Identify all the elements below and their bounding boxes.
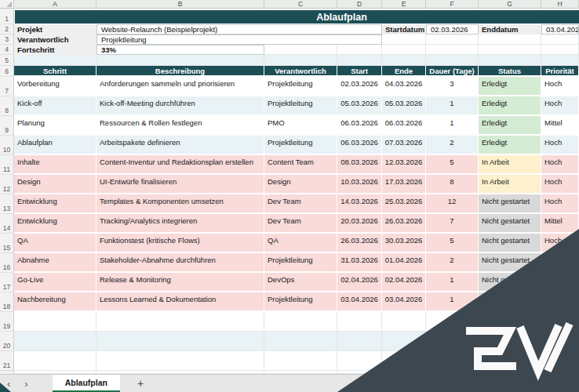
- cell-E-row-13[interactable]: 25.03.2026: [382, 194, 426, 214]
- cell-D-row-10[interactable]: 06.03.2026: [337, 136, 382, 155]
- empty-cell[interactable]: [382, 312, 426, 332]
- empty-cell[interactable]: [541, 55, 579, 66]
- sheet-title-cell[interactable]: Ablaufplan: [15, 10, 579, 24]
- cell-B-row-7[interactable]: Anforderungen sammeln und priorisieren: [96, 77, 264, 96]
- cell-E-row-15[interactable]: 30.03.2026: [382, 234, 426, 253]
- cell-E-row-12[interactable]: 17.03.2026: [382, 175, 426, 194]
- cell-B-row-15[interactable]: Funktionstest (kritische Flows): [96, 234, 264, 253]
- cell-E-row-18[interactable]: 03.04.2026: [382, 292, 426, 312]
- startdatum-label-cell[interactable]: Startdatum: [382, 24, 426, 34]
- cell-C-row-7[interactable]: Projektleitung: [264, 77, 337, 96]
- empty-cell[interactable]: [264, 55, 337, 66]
- cell-D-row-17[interactable]: 02.04.2026: [337, 273, 382, 292]
- empty-cell[interactable]: [96, 351, 264, 371]
- cell-F-row-8[interactable]: 1: [426, 96, 479, 116]
- row-header-21[interactable]: 21: [0, 351, 14, 371]
- cell-H-row-7[interactable]: Hoch: [541, 77, 579, 96]
- cell-H-row-16[interactable]: [541, 253, 579, 273]
- cell-B-row-9[interactable]: Ressourcen & Rollen festlegen: [96, 116, 264, 136]
- cell-G-row-13[interactable]: Nicht gestartet: [479, 194, 541, 214]
- row-header-4[interactable]: 4: [0, 45, 14, 55]
- table-header-A[interactable]: Schritt: [14, 66, 96, 77]
- enddatum-label-cell[interactable]: Enddatum: [479, 24, 541, 34]
- cell-E-row-9[interactable]: 06.03.2026: [382, 116, 426, 136]
- cell-C-row-18[interactable]: Projektleitung: [264, 292, 337, 312]
- cell-B-row-14[interactable]: Tracking/Analytics integrieren: [96, 214, 264, 234]
- cell-H-row-18[interactable]: [541, 292, 579, 312]
- empty-cell[interactable]: [96, 332, 264, 351]
- cell-A-row-10[interactable]: Ablaufplan: [14, 136, 96, 155]
- cell-A-row-13[interactable]: Entwicklung: [14, 194, 96, 214]
- row-header-18[interactable]: 18: [0, 292, 14, 312]
- empty-cell[interactable]: [426, 45, 479, 55]
- cell-C-row-12[interactable]: Design: [264, 175, 337, 194]
- empty-cell[interactable]: [264, 312, 337, 332]
- cell-G-row-8[interactable]: Erledigt: [479, 96, 541, 116]
- table-header-F[interactable]: Dauer (Tage): [426, 66, 479, 77]
- row-header-3[interactable]: 3: [0, 34, 14, 45]
- cell-G-row-16[interactable]: Nicht gestartet: [479, 253, 541, 273]
- cell-H-row-10[interactable]: Hoch: [541, 136, 579, 155]
- row-header-5[interactable]: 5: [0, 55, 14, 66]
- select-all-corner[interactable]: [0, 0, 14, 9]
- empty-cell[interactable]: [382, 34, 426, 45]
- row-header-9[interactable]: 9: [0, 116, 14, 136]
- cell-B-row-13[interactable]: Templates & Komponenten umsetzen: [96, 194, 264, 214]
- cell-A-row-17[interactable]: Go-Live: [14, 273, 96, 292]
- cell-F-row-17[interactable]: 1: [426, 273, 479, 292]
- empty-cell[interactable]: [541, 351, 579, 371]
- cell-D-row-14[interactable]: 20.03.2026: [337, 214, 382, 234]
- empty-cell[interactable]: [426, 351, 479, 371]
- cell-D-row-18[interactable]: 03.04.2026: [337, 292, 382, 312]
- cell-E-row-14[interactable]: 26.03.2026: [382, 214, 426, 234]
- cell-F-row-10[interactable]: 2: [426, 136, 479, 155]
- row-header-6[interactable]: 6: [0, 66, 14, 77]
- empty-cell[interactable]: [14, 332, 96, 351]
- cell-C-row-17[interactable]: DevOps: [264, 273, 337, 292]
- empty-cell[interactable]: [479, 45, 541, 55]
- tab-ablaufplan[interactable]: Ablaufplan: [53, 375, 120, 392]
- empty-cell[interactable]: [426, 55, 479, 66]
- cell-E-row-10[interactable]: 07.03.2026: [382, 136, 426, 155]
- table-header-G[interactable]: Status: [479, 66, 541, 77]
- cell-H-row-11[interactable]: Hoch: [541, 155, 579, 175]
- empty-cell[interactable]: [337, 55, 382, 66]
- projekt-value-cell[interactable]: Website-Relaunch (Beispielprojekt): [96, 24, 382, 34]
- column-header-A[interactable]: A: [14, 0, 96, 9]
- row-header-19[interactable]: 19: [0, 312, 14, 332]
- row-header-8[interactable]: 8: [0, 96, 14, 116]
- cell-D-row-11[interactable]: 08.03.2026: [337, 155, 382, 175]
- table-header-C[interactable]: Verantwortlich: [264, 66, 337, 77]
- cell-G-row-10[interactable]: Erledigt: [479, 136, 541, 155]
- cell-G-row-12[interactable]: In Arbeit: [479, 175, 541, 194]
- cell-F-row-14[interactable]: 7: [426, 214, 479, 234]
- empty-cell[interactable]: [541, 45, 579, 55]
- cell-G-row-9[interactable]: Erledigt: [479, 116, 541, 136]
- cell-B-row-18[interactable]: Lessons Learned & Dokumentation: [96, 292, 264, 312]
- cell-C-row-15[interactable]: QA: [264, 234, 337, 253]
- cell-F-row-11[interactable]: 5: [426, 155, 479, 175]
- empty-cell[interactable]: [337, 351, 382, 371]
- cell-D-row-9[interactable]: 06.03.2026: [337, 116, 382, 136]
- empty-cell[interactable]: [426, 332, 479, 351]
- cell-E-row-8[interactable]: 05.03.2026: [382, 96, 426, 116]
- cell-B-row-10[interactable]: Arbeitspakete definieren: [96, 136, 264, 155]
- cell-C-row-10[interactable]: Projektleitung: [264, 136, 337, 155]
- row-header-11[interactable]: 11: [0, 155, 14, 175]
- empty-cell[interactable]: [426, 34, 479, 45]
- table-header-B[interactable]: Beschreibung: [96, 66, 264, 77]
- empty-cell[interactable]: [382, 351, 426, 371]
- empty-cell[interactable]: [382, 45, 426, 55]
- row-header-10[interactable]: 10: [0, 136, 14, 155]
- empty-cell[interactable]: [264, 351, 337, 371]
- cell-G-row-7[interactable]: Erledigt: [479, 77, 541, 96]
- verantwortlich-label-cell[interactable]: Verantwortlich: [14, 34, 96, 45]
- cell-A-row-7[interactable]: Vorbereitung: [14, 77, 96, 96]
- cell-A-row-9[interactable]: Planung: [14, 116, 96, 136]
- row-header-17[interactable]: 17: [0, 273, 14, 292]
- cell-E-row-17[interactable]: 02.04.2026: [382, 273, 426, 292]
- empty-cell[interactable]: [14, 55, 96, 66]
- cell-B-row-11[interactable]: Content-Inventur und Redaktionsplan erst…: [96, 155, 264, 175]
- empty-cell[interactable]: [541, 34, 579, 45]
- table-header-D[interactable]: Start: [337, 66, 382, 77]
